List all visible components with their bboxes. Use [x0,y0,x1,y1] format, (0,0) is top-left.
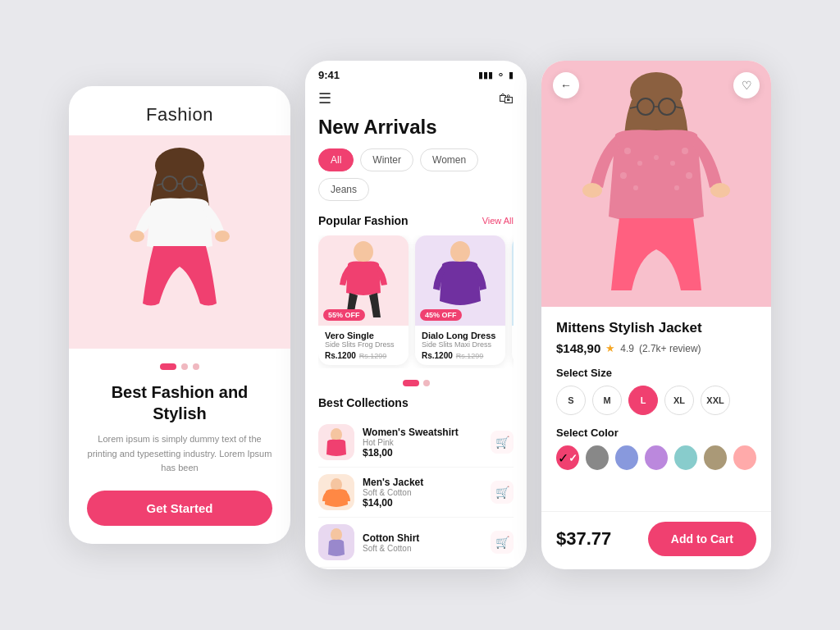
collection-name-1: Women's Sweatshirt [363,427,484,438]
product-image-3 [512,235,514,326]
svg-point-32 [710,183,730,198]
view-all-link[interactable]: View All [482,216,514,226]
total-price: $37.77 [556,528,611,550]
collection-sub-3: Soft & Cotton [363,544,484,553]
shopping-bag-icon[interactable]: 🛍 [499,90,514,107]
product-prices-2: Rs.1200 Rs.1299 [422,351,499,360]
status-icons: ▮▮▮ ⚬ ▮ [478,69,514,81]
collection-item-2[interactable]: Men's Jacket Soft & Cotton $14,00 🛒 [318,468,514,518]
screen1-content: Best Fashion and Stylish Lorem ipsum is … [69,349,290,544]
wifi-icon: ⚬ [496,69,505,81]
product-info-3: Vero Wor... Rs.12 [512,326,514,365]
screen3-product-detail: ← ♡ [541,61,771,569]
new-arrivals-title: New Arrivals [318,116,514,139]
product-name-1: Vero Single [325,331,402,340]
svg-point-9 [354,241,373,262]
color-swatch-tan[interactable] [704,445,727,470]
filter-winter[interactable]: Winter [360,148,413,171]
product-card-3[interactable]: Vero Wor... Rs.12 [512,235,514,365]
size-options: S M L XL XXL [556,386,756,415]
select-color-title: Select Color [556,427,756,439]
product-detail-price: $148,90 [556,341,600,355]
status-bar: 9:41 ▮▮▮ ⚬ ▮ [305,61,527,84]
collection-sub-1: Hot Pink [363,438,484,447]
collection-sub-2: Soft & Cotton [363,488,484,497]
signal-icon: ▮▮▮ [478,70,493,80]
color-swatch-purple[interactable] [645,445,668,470]
price-current-2: Rs.1200 [422,351,453,360]
screen1-description: Lorem ipsum is simply dummy text of the … [87,432,272,476]
popular-products-list: 55% OFF Vero Single Side Slits Frog Dres… [318,235,514,368]
collection-name-3: Cotton Shirt [363,532,484,544]
svg-point-31 [582,183,602,198]
collection-item-1[interactable]: Women's Sweatshirt Hot Pink $18,00 🛒 [318,418,514,468]
menu-icon[interactable]: ☰ [318,89,331,107]
collection-name-2: Men's Jacket [363,477,484,488]
product-type-1: Side Slits Frog Dress [325,340,402,349]
model-illustration [106,139,253,349]
price-old-1: Rs.1299 [359,352,387,360]
size-l[interactable]: L [628,386,658,415]
size-xl[interactable]: XL [664,386,694,415]
collection-item-3[interactable]: Cotton Shirt Soft & Cotton 🛒 [318,518,514,568]
product-detail-model [566,69,746,307]
screen2-body: New Arrivals All Winter Women Jeans Popu… [305,116,527,569]
price-old-2: Rs.1299 [456,352,484,360]
rating-value: 4.9 [620,343,634,354]
svg-point-10 [450,241,470,262]
product-name-2: Dialo Long Dress [422,331,499,340]
screen2-navbar: ☰ 🛍 [305,84,527,116]
price-current-1: Rs.1200 [325,351,356,360]
filter-jeans[interactable]: Jeans [318,178,369,201]
product-card-1[interactable]: 55% OFF Vero Single Side Slits Frog Dres… [318,235,409,365]
screen3-product-image: ← ♡ [541,61,771,307]
screen1-header: Fashion [69,86,290,135]
color-swatch-blue[interactable] [615,445,638,470]
collection-thumb-1 [318,424,354,460]
product-detail-body: Mittens Stylish Jacket $148,90 ★ 4.9 (2.… [541,307,771,511]
collection-price-1: $18,00 [363,447,484,459]
svg-point-14 [331,528,342,541]
color-swatch-pink[interactable]: ✓ [556,445,579,470]
popular-section-header: Popular Fashion View All [318,214,514,227]
svg-point-2 [130,231,144,242]
filter-women[interactable]: Women [420,148,478,171]
size-m[interactable]: M [592,386,622,415]
carousel-dot-2 [423,380,430,386]
size-s[interactable]: S [556,386,586,415]
discount-badge-2: 45% OFF [420,309,462,321]
dot-2 [181,363,188,370]
product-image-2: 45% OFF [415,235,505,326]
screen2-home: 9:41 ▮▮▮ ⚬ ▮ ☰ 🛍 New Arrivals All Winter… [305,61,527,569]
svg-point-22 [624,148,631,154]
size-xxl[interactable]: XXL [701,386,730,415]
color-swatch-lightpink[interactable] [733,445,756,470]
screen1-headline: Best Fashion and Stylish [87,381,272,424]
svg-point-12 [331,428,342,441]
get-started-button[interactable]: Get Started [87,491,272,526]
product-info-1: Vero Single Side Slits Frog Dress Rs.120… [318,326,409,365]
svg-point-23 [637,161,642,166]
discount-badge-1: 55% OFF [323,309,365,321]
color-swatch-gray[interactable] [586,445,609,470]
review-count: (2.7k+ review) [639,343,701,354]
product-prices-1: Rs.1200 Rs.1299 [325,351,402,360]
product-footer: $37.77 Add to Cart [541,511,771,569]
svg-point-27 [670,161,675,166]
product-card-2[interactable]: 45% OFF Dialo Long Dress Side Slits Maxi… [415,235,505,365]
cart-icon-1[interactable]: 🛒 [491,431,514,454]
add-to-cart-button[interactable]: Add to Cart [648,522,756,556]
cart-icon-3[interactable]: 🛒 [491,531,514,554]
color-swatch-teal[interactable] [674,445,697,470]
product-rating-row: $148,90 ★ 4.9 (2.7k+ review) [556,341,756,355]
svg-point-26 [682,148,688,154]
screen1-onboarding: Fashion [69,86,290,544]
svg-point-29 [674,185,679,190]
cart-icon-2[interactable]: 🛒 [491,481,514,504]
product-info-2: Dialo Long Dress Side Slits Maxi Dress R… [415,326,505,365]
battery-icon: ▮ [509,70,514,80]
collection-info-1: Women's Sweatshirt Hot Pink $18,00 [363,427,484,459]
filter-all[interactable]: All [318,148,354,171]
screen1-title: Fashion [146,104,213,125]
svg-point-28 [686,172,692,179]
